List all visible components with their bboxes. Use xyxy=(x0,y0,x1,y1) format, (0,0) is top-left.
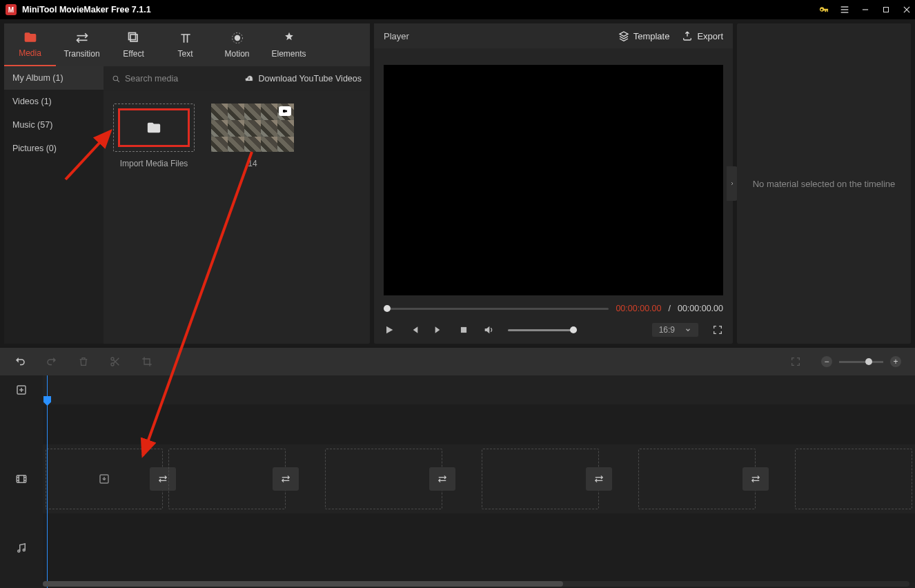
zoom-out-button[interactable]: − xyxy=(821,356,832,367)
add-track-icon xyxy=(15,384,28,396)
transition-icon xyxy=(75,31,89,45)
properties-empty-message: No material selected on the timeline xyxy=(753,179,896,189)
video-badge-icon xyxy=(279,106,291,116)
sidebar-item-label: Pictures (0) xyxy=(12,144,57,153)
split-button[interactable] xyxy=(109,355,121,368)
menu-icon[interactable] xyxy=(839,4,850,15)
sidebar-item-pictures[interactable]: Pictures (0) xyxy=(4,137,104,160)
tab-effect[interactable]: Effect xyxy=(108,23,159,66)
playhead[interactable] xyxy=(47,375,48,588)
search-input[interactable]: Search media xyxy=(112,74,178,84)
tab-media[interactable]: Media xyxy=(4,23,56,66)
export-button[interactable]: Export xyxy=(682,30,723,41)
prev-frame-button[interactable] xyxy=(409,324,420,335)
redo-button[interactable] xyxy=(46,355,58,368)
sidebar-item-music[interactable]: Music (57) xyxy=(4,113,104,137)
timeline-scrollbar[interactable] xyxy=(43,581,909,587)
chevron-down-icon xyxy=(685,326,691,333)
crop-button[interactable] xyxy=(141,355,153,368)
folder-icon xyxy=(146,120,161,135)
tab-text[interactable]: Text xyxy=(159,23,211,66)
svg-rect-9 xyxy=(130,35,137,41)
svg-point-18 xyxy=(111,363,114,366)
aspect-ratio-select[interactable]: 16:9 xyxy=(652,323,698,337)
import-media-label: Import Media Files xyxy=(120,159,188,168)
timeline: − + xyxy=(0,348,915,588)
template-button[interactable]: Template xyxy=(618,30,670,41)
audio-track[interactable] xyxy=(43,513,915,582)
transition-slot-button[interactable] xyxy=(586,467,612,491)
preview-canvas xyxy=(384,65,723,295)
clip-label: 14 xyxy=(248,159,257,168)
svg-rect-4 xyxy=(884,8,889,12)
svg-point-17 xyxy=(111,357,114,360)
timeline-slot[interactable] xyxy=(482,449,599,509)
play-button[interactable] xyxy=(384,324,395,335)
next-frame-button[interactable] xyxy=(433,324,444,335)
tab-motion[interactable]: Motion xyxy=(211,23,263,66)
template-label: Template xyxy=(633,31,670,41)
transition-slot-button[interactable] xyxy=(273,467,299,491)
tab-label: Media xyxy=(19,48,41,58)
svg-rect-10 xyxy=(128,33,135,40)
stop-button[interactable] xyxy=(458,324,469,335)
folder-icon xyxy=(23,30,37,44)
tab-label: Transition xyxy=(63,49,99,59)
tab-elements[interactable]: Elements xyxy=(263,23,315,66)
media-pane: Media Transition Effect Text Motion Elem… xyxy=(4,23,370,344)
minimize-icon[interactable] xyxy=(860,4,871,15)
tab-transition[interactable]: Transition xyxy=(56,23,108,66)
elements-icon xyxy=(282,31,296,45)
layers-icon xyxy=(618,30,629,41)
volume-slider[interactable] xyxy=(508,329,577,331)
drop-download-icon xyxy=(98,473,110,485)
timeline-slot[interactable] xyxy=(795,449,912,509)
sidebar-item-label: Music (57) xyxy=(12,120,52,130)
timeline-slot[interactable] xyxy=(46,449,163,509)
timeline-slot[interactable] xyxy=(168,449,286,509)
props-expander[interactable] xyxy=(727,166,738,201)
sidebar-item-label: My Album (1) xyxy=(12,73,63,83)
time-total: 00:00:00.00 xyxy=(678,304,723,313)
svg-rect-15 xyxy=(283,110,286,112)
zoom-slider[interactable] xyxy=(839,361,883,363)
time-separator: / xyxy=(668,304,670,313)
sidebar-item-videos[interactable]: Videos (1) xyxy=(4,90,104,113)
effect-icon xyxy=(127,31,141,45)
transition-slot-button[interactable] xyxy=(742,467,769,491)
svg-line-14 xyxy=(117,79,119,81)
chevron-right-icon xyxy=(729,179,735,188)
timeline-slot[interactable] xyxy=(325,449,442,509)
seek-slider[interactable] xyxy=(384,308,609,310)
tab-label: Elements xyxy=(271,49,306,59)
video-track[interactable] xyxy=(43,444,915,513)
time-current: 00:00:00.00 xyxy=(616,304,661,313)
titlebar: M MiniTool MovieMaker Free 7.1.1 xyxy=(0,0,915,19)
undo-button[interactable] xyxy=(14,355,26,368)
properties-pane: No material selected on the timeline xyxy=(737,23,911,344)
player-title: Player xyxy=(384,31,409,41)
volume-button[interactable] xyxy=(483,324,494,335)
svg-point-13 xyxy=(113,76,118,81)
export-icon xyxy=(682,30,693,41)
sidebar-item-label: Videos (1) xyxy=(12,97,52,106)
delete-button[interactable] xyxy=(77,355,90,368)
key-icon[interactable] xyxy=(818,4,829,15)
maximize-icon[interactable] xyxy=(880,4,892,15)
export-label: Export xyxy=(697,31,723,41)
timeline-slot[interactable] xyxy=(638,449,756,509)
tab-label: Effect xyxy=(123,49,144,59)
media-clip-thumbnail[interactable] xyxy=(211,104,294,152)
download-youtube-link[interactable]: Download YouTube Videos xyxy=(244,74,362,84)
cloud-download-icon xyxy=(244,74,255,84)
close-icon[interactable] xyxy=(901,4,912,15)
sidebar-item-myalbum[interactable]: My Album (1) xyxy=(4,66,104,90)
fullscreen-button[interactable] xyxy=(712,324,723,335)
search-icon xyxy=(112,75,121,84)
transition-slot-button[interactable] xyxy=(429,467,455,491)
fit-button[interactable] xyxy=(789,355,802,368)
import-media-button[interactable] xyxy=(113,104,195,152)
add-track-button[interactable] xyxy=(0,375,43,404)
video-track-icon xyxy=(0,444,43,513)
zoom-in-button[interactable]: + xyxy=(890,356,901,367)
